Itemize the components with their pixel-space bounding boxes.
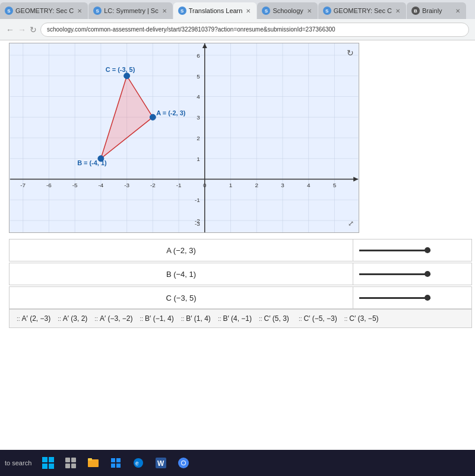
drag-option-label-8: C′ (−5, −3) <box>303 314 337 323</box>
taskbar-word[interactable]: W <box>151 453 170 472</box>
answer-line-b <box>359 273 430 275</box>
reload-button[interactable]: ↻ <box>30 25 37 34</box>
drag-option-label-4: B′ (−1, 4) <box>145 314 174 323</box>
svg-rect-66 <box>116 464 121 468</box>
taskbar-task-view[interactable] <box>61 453 80 472</box>
svg-text:W: W <box>157 459 164 468</box>
answer-slot-b[interactable] <box>353 263 471 285</box>
tab-title-4: Schoology <box>273 7 303 14</box>
svg-point-73 <box>182 461 185 465</box>
drag-option-a-prime-3-2[interactable]: :: A′ (3, 2) <box>55 313 90 324</box>
drag-option-b-prime-neg1-4[interactable]: :: B′ (−1, 4) <box>138 313 176 324</box>
tab-title-2: LC: Symmetry | Sc <box>104 7 158 14</box>
svg-text:5: 5 <box>197 73 200 80</box>
drag-option-label-5: B′ (1, 4) <box>186 314 211 323</box>
svg-text:-3: -3 <box>124 182 129 188</box>
tab-translations[interactable]: S Translations Learn ✕ <box>173 2 257 19</box>
taskbar-start[interactable] <box>106 453 125 472</box>
drag-handle-icon-7: :: <box>259 316 262 322</box>
tab-geometry-2[interactable]: S GEOMETRY: Sec C ✕ <box>318 2 406 19</box>
drag-handle-icon-8: :: <box>299 316 302 322</box>
taskbar-file-explorer[interactable] <box>84 453 103 472</box>
answer-row-a: A (−2, 3) <box>9 239 472 261</box>
tab-close-5[interactable]: ✕ <box>394 7 401 15</box>
drag-option-c-prime-3-neg5[interactable]: :: C′ (3, −5) <box>342 313 381 324</box>
graph-inner: -7 -6 -5 -4 -3 -2 -1 0 1 2 3 4 5 6 <box>10 43 359 232</box>
expand-graph-icon[interactable]: ⤢ <box>348 219 354 228</box>
svg-text:1: 1 <box>229 182 233 188</box>
svg-text:6: 6 <box>197 52 200 59</box>
taskbar-chrome[interactable] <box>174 453 193 472</box>
drag-option-label-9: C′ (3, −5) <box>349 314 378 323</box>
tab-title-6: Brainly <box>422 7 452 14</box>
start-icon <box>110 457 122 469</box>
drag-handle-icon-2: :: <box>58 316 61 322</box>
svg-text:-1: -1 <box>195 197 200 203</box>
drag-handle-icon-9: :: <box>344 316 348 322</box>
tab-close-4[interactable]: ✕ <box>306 7 313 15</box>
svg-rect-57 <box>71 458 76 462</box>
drag-option-c-prime-5-3[interactable]: :: C′ (5, 3) <box>256 313 292 324</box>
svg-text:2: 2 <box>197 135 200 141</box>
answer-label-a: A (−2, 3) <box>10 246 353 255</box>
refresh-graph-icon[interactable]: ↻ <box>347 48 354 58</box>
svg-rect-56 <box>65 458 70 462</box>
task-view-icon <box>65 457 77 469</box>
svg-text:1: 1 <box>197 156 200 162</box>
drag-handle-icon-5: :: <box>181 316 185 322</box>
taskbar-windows-button[interactable] <box>39 453 58 472</box>
drag-option-label-7: C′ (5, 3) <box>264 314 289 323</box>
back-button[interactable]: ← <box>6 25 14 34</box>
answer-label-b: B (−4, 1) <box>10 270 353 279</box>
coordinate-graph-svg: -7 -6 -5 -4 -3 -2 -1 0 1 2 3 4 5 6 <box>10 43 359 232</box>
drag-option-b-prime-1-4[interactable]: :: B′ (1, 4) <box>179 313 213 324</box>
tab-close-1[interactable]: ✕ <box>76 7 83 15</box>
svg-text:C = (-3, 5): C = (-3, 5) <box>106 66 135 73</box>
windows-icon <box>42 457 54 469</box>
forward-button[interactable]: → <box>18 25 26 34</box>
drag-option-a-prime-neg3-neg2[interactable]: :: A′ (−3, −2) <box>92 313 135 324</box>
answer-slot-a[interactable] <box>353 239 471 261</box>
tab-favicon-4: S <box>262 7 270 15</box>
tab-close-3[interactable]: ✕ <box>245 7 252 15</box>
answer-area: A (−2, 3) B (−4, 1) C (−3, 5) <box>9 239 472 310</box>
tab-symmetry[interactable]: S LC: Symmetry | Sc ✕ <box>88 2 172 19</box>
svg-text:e: e <box>135 460 139 466</box>
drag-option-a-prime-2-neg3[interactable]: :: A′ (2, −3) <box>14 313 53 324</box>
tab-close-2[interactable]: ✕ <box>161 7 168 15</box>
svg-rect-65 <box>111 464 115 468</box>
answer-line-c <box>359 297 430 299</box>
svg-rect-63 <box>111 458 115 462</box>
svg-rect-64 <box>116 458 121 462</box>
edge-icon: e <box>132 457 144 469</box>
svg-rect-59 <box>71 464 76 468</box>
answer-slot-c[interactable] <box>353 287 471 308</box>
drag-option-b-prime-4-neg1[interactable]: :: B′ (4, −1) <box>216 313 254 324</box>
svg-text:-3: -3 <box>195 220 200 227</box>
tab-favicon-1: S <box>5 7 13 15</box>
tab-brainly[interactable]: B Brainly ✕ <box>407 2 466 19</box>
browser-chrome: S GEOMETRY: Sec C ✕ S LC: Symmetry | Sc … <box>0 0 475 40</box>
svg-text:B = (-4, 1): B = (-4, 1) <box>77 159 107 166</box>
drag-handle-icon-4: :: <box>140 316 144 322</box>
drag-handle-icon-3: :: <box>94 316 98 322</box>
tab-schoology[interactable]: S Schoology ✕ <box>257 2 317 19</box>
taskbar-edge[interactable]: e <box>129 453 148 472</box>
drag-option-c-prime-neg5-neg3[interactable]: :: C′ (−5, −3) <box>296 313 340 324</box>
page-content: -7 -6 -5 -4 -3 -2 -1 0 1 2 3 4 5 6 <box>0 40 475 450</box>
svg-text:5: 5 <box>333 182 337 188</box>
tab-favicon-2: S <box>93 7 102 15</box>
svg-text:3: 3 <box>281 182 284 188</box>
address-input[interactable] <box>40 23 469 37</box>
answer-row-b: B (−4, 1) <box>9 263 472 285</box>
answer-line-a <box>359 250 430 251</box>
tab-geometry-1[interactable]: S GEOMETRY: Sec C ✕ <box>0 2 88 19</box>
chrome-icon <box>178 457 189 469</box>
drag-handle-icon-6: :: <box>218 316 221 322</box>
file-explorer-icon <box>87 457 99 469</box>
svg-text:-2: -2 <box>150 182 156 188</box>
svg-text:-6: -6 <box>46 182 52 188</box>
tab-close-6[interactable]: ✕ <box>454 7 461 15</box>
svg-text:-1: -1 <box>176 182 182 188</box>
svg-text:A = (-2, 3): A = (-2, 3) <box>156 109 185 116</box>
